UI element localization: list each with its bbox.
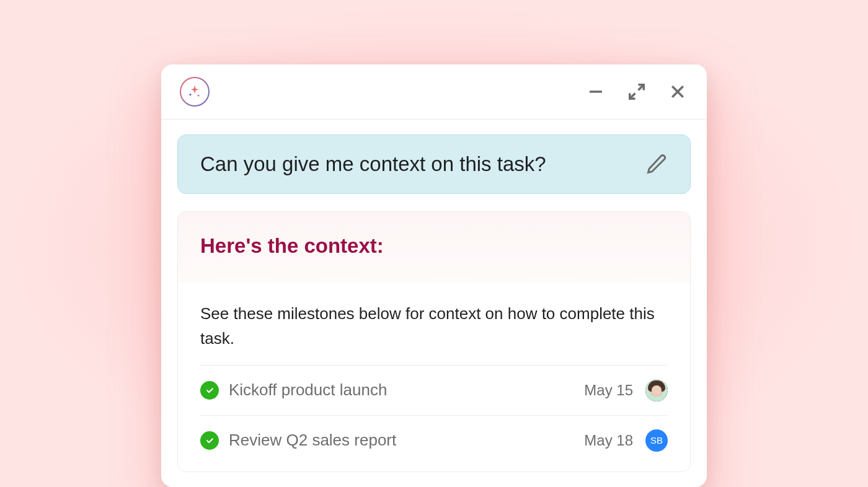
assignee-avatar[interactable]: SB	[645, 429, 668, 452]
milestone-title: Kickoff product launch	[229, 380, 574, 400]
milestone-date: May 18	[584, 432, 633, 449]
ai-chat-modal: Can you give me context on this task? He…	[161, 64, 707, 487]
minimize-button[interactable]	[585, 81, 606, 102]
check-complete-icon	[200, 381, 219, 400]
response-description: See these milestones below for context o…	[200, 301, 668, 351]
edit-prompt-button[interactable]	[645, 153, 668, 175]
modal-header	[161, 64, 707, 120]
milestone-date: May 15	[584, 382, 633, 399]
pencil-icon	[645, 153, 668, 175]
expand-button[interactable]	[626, 81, 647, 102]
milestone-row[interactable]: Review Q2 sales report May 18 SB	[200, 415, 668, 465]
user-prompt-text: Can you give me context on this task?	[200, 152, 633, 176]
modal-body: Can you give me context on this task? He…	[161, 120, 707, 487]
response-body: See these milestones below for context o…	[178, 283, 690, 472]
ai-sparkle-logo	[180, 77, 210, 107]
milestone-title: Review Q2 sales report	[229, 431, 574, 450]
assignee-avatar[interactable]	[645, 379, 668, 401]
check-complete-icon	[200, 431, 219, 450]
close-button[interactable]	[667, 81, 688, 102]
ai-response-card: Here's the context: See these milestones…	[177, 211, 691, 472]
expand-icon	[627, 82, 646, 101]
milestone-row[interactable]: Kickoff product launch May 15	[200, 365, 668, 415]
response-title: Here's the context:	[200, 234, 668, 258]
sparkle-icon	[187, 84, 202, 99]
response-header: Here's the context:	[178, 212, 690, 283]
minimize-icon	[587, 82, 605, 101]
user-prompt-box: Can you give me context on this task?	[177, 134, 691, 194]
page-background: Can you give me context on this task? He…	[0, 0, 868, 487]
close-icon	[668, 82, 687, 101]
